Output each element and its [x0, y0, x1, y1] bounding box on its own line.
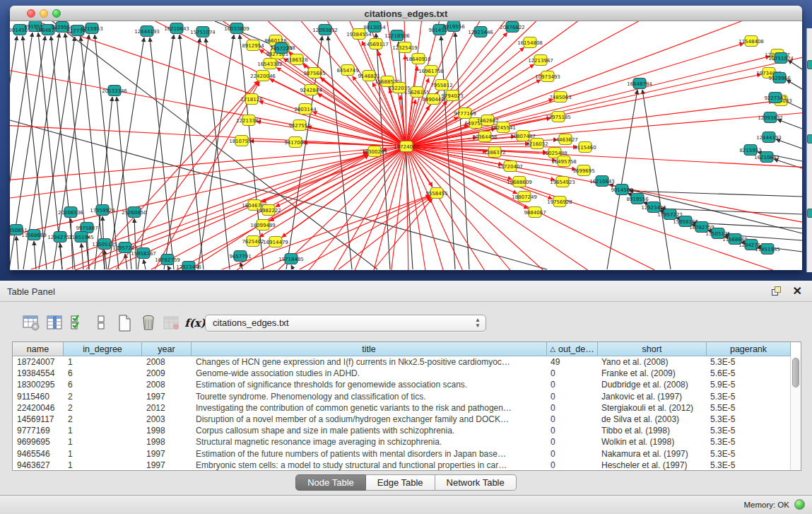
- vertical-scrollbar[interactable]: [790, 356, 801, 470]
- graph-node[interactable]: 15751074: [190, 27, 216, 37]
- network-window[interactable]: citations_edges.txt 18724007866012889129…: [10, 6, 802, 270]
- graph-node[interactable]: 9699695: [572, 165, 594, 176]
- graph-node[interactable]: 12975185: [546, 112, 571, 122]
- svg-text:9242844: 9242844: [300, 88, 322, 93]
- svg-text:9417003: 9417003: [284, 140, 306, 146]
- column-header-pagerank[interactable]: pagerank: [707, 342, 791, 356]
- graph-node[interactable]: 16154808: [517, 37, 543, 48]
- table-row[interactable]: 2242004622012Investigating the contribut…: [13, 402, 801, 414]
- svg-text:11548408: 11548408: [739, 39, 764, 45]
- table-mode-icon[interactable]: [21, 313, 42, 334]
- close-panel-icon[interactable]: ✕: [793, 284, 802, 298]
- graph-node[interactable]: 12325419: [392, 42, 418, 53]
- graph-node[interactable]: 15720407: [498, 161, 523, 172]
- column-header-year[interactable]: year: [142, 342, 192, 356]
- graph-node[interactable]: 2718126: [240, 94, 263, 105]
- graph-node[interactable]: 16210643: [164, 23, 189, 34]
- graph-node[interactable]: 25260850: [122, 207, 147, 218]
- table-row[interactable]: 946362711997Embryonic stem cells: a mode…: [13, 460, 801, 471]
- function-builder-icon[interactable]: f(x): [184, 313, 206, 334]
- graph-node[interactable]: 17359924: [90, 205, 115, 216]
- column-header-in_degree[interactable]: in_degree: [64, 342, 142, 356]
- cell-title: Disruption of a novel member of a sodium…: [192, 414, 546, 425]
- scrollbar-thumb[interactable]: [792, 358, 799, 387]
- graph-node[interactable]: 15718485: [278, 254, 304, 264]
- graph-node[interactable]: 8813054: [363, 22, 386, 33]
- graph-node[interactable]: 8186328: [286, 54, 307, 65]
- svg-text:8813054: 8813054: [363, 25, 386, 30]
- tab-network-table[interactable]: Network Table: [435, 474, 517, 491]
- delete-table-disabled-icon[interactable]: [161, 313, 182, 334]
- graph-node[interactable]: 8919556: [626, 194, 649, 204]
- graph-node[interactable]: 16210643: [754, 152, 779, 163]
- cell-short: Hescheler et al. (1997): [597, 460, 706, 471]
- table-row[interactable]: 977716911998Corpus callosum shape and si…: [13, 425, 801, 436]
- svg-text:16914479: 16914479: [263, 240, 288, 245]
- graph-node[interactable]: 14463627: [553, 134, 578, 145]
- select-all-columns-icon[interactable]: [68, 313, 89, 334]
- network-canvas[interactable]: 1872400786601288912954122260589827503818…: [10, 21, 802, 270]
- graph-node[interactable]: 14569117: [363, 39, 389, 49]
- graph-node[interactable]: 7955812: [430, 80, 452, 90]
- graph-node[interactable]: 8215953: [739, 145, 761, 156]
- graph-node[interactable]: 16648784: [627, 78, 652, 89]
- column-header-title[interactable]: title: [192, 342, 547, 356]
- graph-node[interactable]: 11548408: [739, 36, 764, 47]
- table-row[interactable]: 911546021997Tourette syndrome. Phenomeno…: [13, 391, 801, 402]
- float-panel-icon[interactable]: [772, 286, 782, 296]
- graph-node[interactable]: 9875685: [303, 68, 325, 78]
- svg-text:10688609: 10688609: [507, 180, 532, 185]
- svg-text:16782759: 16782759: [155, 257, 180, 263]
- table-row[interactable]: 969969511998Structural magnetic resonanc…: [13, 436, 801, 448]
- tab-edge-table[interactable]: Edge Table: [366, 474, 435, 491]
- table-row[interactable]: 1938455462009Genome-wide association stu…: [13, 368, 801, 379]
- graph-node[interactable]: 20533346: [102, 86, 127, 96]
- graph-node[interactable]: 7485063: [549, 92, 571, 103]
- graph-node[interactable]: 18640910: [406, 54, 431, 64]
- table-select-dropdown[interactable]: citations_edges.txt▲▼: [205, 315, 486, 332]
- column-header-out_de[interactable]: △out_de…: [547, 342, 598, 356]
- graph-node[interactable]: 2803144: [294, 104, 317, 115]
- graph-node[interactable]: 16961758: [418, 66, 444, 76]
- node-table[interactable]: namein_degreeyeartitle△out_de…shortpager…: [12, 341, 801, 471]
- graph-node[interactable]: 10688609: [507, 177, 532, 187]
- svg-text:20206536: 20206536: [58, 210, 83, 216]
- graph-node[interactable]: 12923446: [641, 202, 666, 213]
- unselect-all-columns-icon[interactable]: [91, 313, 112, 334]
- window-titlebar[interactable]: citations_edges.txt: [10, 6, 802, 21]
- graph-node[interactable]: 19756928: [547, 197, 572, 207]
- graph-node[interactable]: 12093832: [312, 25, 338, 35]
- svg-text:7955812: 7955812: [430, 83, 452, 88]
- graph-node[interactable]: 16245541: [490, 122, 516, 133]
- graph-node[interactable]: 9417003: [284, 137, 306, 148]
- graph-node[interactable]: 20206536: [58, 207, 83, 218]
- table-row[interactable]: 1872400712008Changes of HCN gene express…: [13, 356, 801, 368]
- graph-node[interactable]: 10973493: [535, 71, 560, 82]
- svg-text:8186328: 8186328: [286, 57, 307, 63]
- graph-node[interactable]: 12444193: [756, 132, 782, 143]
- cell-pagerank: 5.3E-5: [706, 460, 790, 471]
- delete-columns-icon[interactable]: [138, 313, 159, 334]
- cell-short: de Silva et al. (2003): [597, 414, 706, 425]
- create-column-icon[interactable]: [114, 313, 136, 334]
- table-row[interactable]: 1830029562008Estimation of significance …: [13, 379, 801, 390]
- tab-node-table[interactable]: Node Table: [295, 474, 366, 491]
- table-row[interactable]: 946554611997Estimation of the future num…: [13, 448, 801, 460]
- graph-node[interactable]: 12923446: [468, 27, 493, 37]
- table-row[interactable]: 1456911722003Disruption of a novel membe…: [13, 414, 801, 425]
- graph-node[interactable]: 8912954: [242, 40, 264, 51]
- graph-node[interactable]: 12444193: [134, 26, 160, 37]
- svg-text:9975887: 9975887: [76, 226, 98, 231]
- graph-node[interactable]: 12213967: [528, 55, 553, 66]
- cell-name: 18300295: [13, 379, 64, 390]
- show-columns-icon[interactable]: [45, 313, 66, 334]
- graph-node[interactable]: 9427552: [288, 120, 310, 131]
- column-header-short[interactable]: short: [598, 342, 707, 356]
- graph-node[interactable]: 12093832: [758, 112, 783, 123]
- graph-node[interactable]: 9657791: [229, 251, 251, 262]
- graph-node[interactable]: 16914479: [263, 237, 288, 247]
- graph-node[interactable]: 9115460: [574, 142, 596, 153]
- graph-node[interactable]: 16543382: [257, 59, 283, 69]
- graph-node[interactable]: 8454749: [336, 65, 358, 76]
- column-header-name[interactable]: name: [13, 342, 64, 356]
